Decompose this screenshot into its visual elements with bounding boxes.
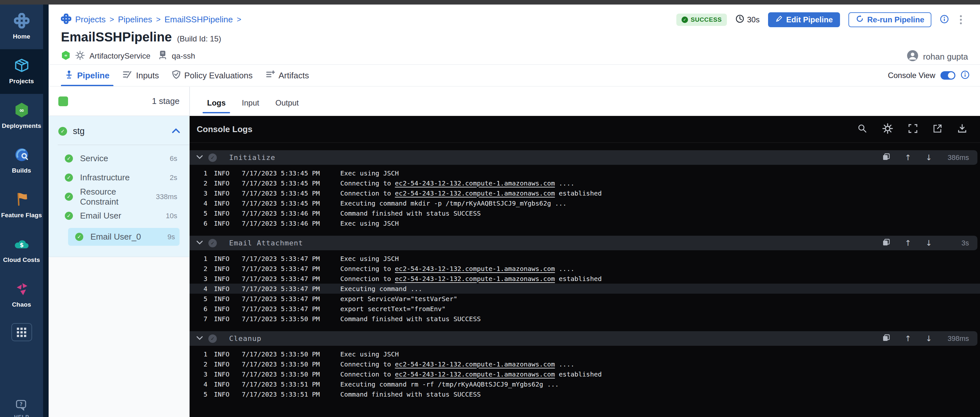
log-section-header[interactable]: ✓ Email Attachment ↑ ↓ 3s xyxy=(189,236,977,250)
harness-logo-icon xyxy=(14,13,30,30)
breadcrumb-separator: > xyxy=(110,15,114,24)
log-message: export secretText="fromEnv" xyxy=(340,305,445,313)
log-message: Command finished with status SUCCESS xyxy=(340,390,480,398)
stage-step-email-user_0[interactable]: ✓ Email User_0 9s xyxy=(68,228,180,246)
log-link[interactable]: ec2-54-243-12-132.compute-1.amazonaws.co… xyxy=(395,370,555,378)
pipeline-tab-icon xyxy=(65,70,73,81)
step-success-icon: ✓ xyxy=(65,154,73,163)
scroll-down-icon[interactable]: ↓ xyxy=(926,334,932,343)
stage-row-stg[interactable]: ✓ stg xyxy=(49,116,189,145)
rerun-pipeline-button[interactable]: Re-run Pipeline xyxy=(848,12,931,27)
info-icon[interactable] xyxy=(940,19,949,25)
breadcrumb-pipelines[interactable]: Pipelines xyxy=(118,14,152,25)
edit-pipeline-button[interactable]: Edit Pipeline xyxy=(768,12,840,27)
tab-inputs[interactable]: Inputs xyxy=(116,65,165,86)
step-duration: 338ms xyxy=(156,193,177,201)
log-message: Executing command mkdir -p /tmp/rKyAAQBt… xyxy=(340,200,566,207)
console-view-toggle[interactable] xyxy=(940,71,955,80)
stage-step-service[interactable]: ✓ Service 6s xyxy=(49,149,189,168)
chevron-up-icon[interactable] xyxy=(172,128,180,135)
log-line: 4 INFO 7/17/2023 5:33:45 PM Executing co… xyxy=(189,198,980,208)
console-tab-output[interactable]: Output xyxy=(270,98,305,116)
log-settings-gear-icon[interactable] xyxy=(882,123,893,135)
stage-group: ✓ stg ✓ Service 6s ✓ Infrastructure 2s ✓… xyxy=(49,116,189,257)
copy-icon[interactable] xyxy=(882,153,891,163)
harness-logo-icon xyxy=(61,19,71,25)
log-line: 1 INFO 7/17/2023 5:33:45 PM Exec using J… xyxy=(189,168,980,178)
breadcrumb-pipeline-name[interactable]: EmailSSHPipeline xyxy=(164,14,233,25)
log-line-number: 1 xyxy=(198,350,207,358)
tab-pipeline[interactable]: Pipeline xyxy=(58,65,116,86)
stage-step-resource-constraint[interactable]: ✓ Resource Constraint 338ms xyxy=(49,187,189,206)
sidebar-item-cloud-costs[interactable]: $ Cloud Costs xyxy=(0,228,43,273)
log-level: INFO xyxy=(214,200,233,207)
log-message: Exec using JSCH xyxy=(340,350,399,358)
log-section-header[interactable]: ✓ Cleanup ↑ ↓ 398ms xyxy=(189,331,977,346)
sidebar-item-feature-flags[interactable]: Feature Flags xyxy=(0,183,43,228)
tab-policy-evaluations[interactable]: Policy Evaluations xyxy=(165,65,259,86)
scroll-up-icon[interactable]: ↑ xyxy=(905,334,911,343)
stage-panel: 1 stage ✓ stg ✓ Service 6s ✓ Infrastruct… xyxy=(49,87,189,417)
scroll-up-icon[interactable]: ↑ xyxy=(905,239,911,248)
log-timestamp: 7/17/2023 5:33:47 PM xyxy=(242,295,325,303)
rerun-info-icon[interactable] xyxy=(940,14,949,25)
log-link[interactable]: ec2-54-243-12-132.compute-1.amazonaws.co… xyxy=(395,360,555,368)
sidebar-item-projects[interactable]: Projects xyxy=(0,49,43,94)
avatar xyxy=(907,54,918,63)
console-tab-logs[interactable]: Logs xyxy=(201,98,231,116)
fullscreen-icon[interactable] xyxy=(908,124,918,135)
sidebar-item-home[interactable]: Home xyxy=(0,5,43,49)
chevron-down-icon[interactable] xyxy=(196,155,203,160)
scroll-down-icon[interactable]: ↓ xyxy=(926,239,932,248)
help-button[interactable]: ? HELP xyxy=(0,400,43,417)
log-link[interactable]: ec2-54-243-12-132.compute-1.amazonaws.co… xyxy=(395,265,555,273)
elapsed-time: 30s xyxy=(735,14,760,25)
log-section-cleanup: ✓ Cleanup ↑ ↓ 398ms 1 INFO 7/17/2023 5:3… xyxy=(189,331,980,399)
console-view-info-icon[interactable] xyxy=(961,70,970,81)
open-in-new-icon[interactable] xyxy=(933,124,942,135)
log-link[interactable]: ec2-54-243-12-132.compute-1.amazonaws.co… xyxy=(395,275,555,283)
title-row: EmailSSHPipeline (Build Id: 15) xyxy=(61,30,221,44)
ssh-server-icon xyxy=(158,55,167,61)
sidebar-item-chaos[interactable]: Chaos xyxy=(0,273,43,317)
chevron-down-icon[interactable] xyxy=(196,240,203,246)
breadcrumb-projects[interactable]: Projects xyxy=(75,14,106,25)
pipeline-tabs-row: Pipeline Inputs Policy Evaluations Artif… xyxy=(49,65,980,86)
log-level: INFO xyxy=(214,350,233,358)
copy-icon[interactable] xyxy=(882,334,891,344)
scroll-up-icon[interactable]: ↑ xyxy=(905,153,911,162)
stage-step-email-user[interactable]: ✓ Email User 10s xyxy=(49,206,189,225)
success-check-icon: ✓ xyxy=(681,16,688,23)
log-timestamp: 7/17/2023 5:33:51 PM xyxy=(242,390,325,398)
log-section-header[interactable]: ✓ Initialize ↑ ↓ 386ms xyxy=(189,150,977,165)
sidebar-item-deployments[interactable]: ∞ Deployments xyxy=(0,94,43,139)
log-message: Connection to ec2-54-243-12-132.compute-… xyxy=(340,189,602,197)
chevron-down-icon[interactable] xyxy=(196,336,203,342)
copy-icon[interactable] xyxy=(882,238,891,248)
sidebar-item-builds[interactable]: Builds xyxy=(0,139,43,183)
log-line-number: 2 xyxy=(198,265,207,273)
log-level: INFO xyxy=(214,285,233,293)
tab-artifacts[interactable]: Artifacts xyxy=(259,65,316,86)
stage-step-infrastructure[interactable]: ✓ Infrastructure 2s xyxy=(49,168,189,187)
step-label: Email User xyxy=(80,211,121,221)
more-options-menu[interactable] xyxy=(957,14,964,25)
download-icon[interactable] xyxy=(957,124,967,135)
console-log-area: Console Logs ✓ Initialize ↑ ↓ 386ms 1 IN… xyxy=(189,116,980,417)
info-icon[interactable] xyxy=(961,75,970,80)
log-message: Connecting to ec2-54-243-12-132.compute-… xyxy=(340,265,574,273)
scroll-down-icon[interactable]: ↓ xyxy=(926,153,932,162)
module-selector-button[interactable] xyxy=(11,323,32,341)
console-tab-input[interactable]: Input xyxy=(236,98,265,116)
user-menu[interactable]: rohan gupta xyxy=(907,50,968,64)
log-link[interactable]: ec2-54-243-12-132.compute-1.amazonaws.co… xyxy=(395,189,555,197)
search-icon[interactable] xyxy=(858,124,867,135)
log-level: INFO xyxy=(214,275,233,283)
log-message: Exec using JSCH xyxy=(340,219,399,227)
section-success-icon: ✓ xyxy=(208,154,217,162)
service-name: ArtifactoryService xyxy=(89,51,150,60)
log-link[interactable]: ec2-54-243-12-132.compute-1.amazonaws.co… xyxy=(395,179,555,187)
log-scroll-area[interactable]: ✓ Initialize ↑ ↓ 386ms 1 INFO 7/17/2023 … xyxy=(189,143,980,417)
log-line: 6 INFO 7/17/2023 5:33:47 PM export secre… xyxy=(189,304,980,314)
log-line: 4 INFO 7/17/2023 5:33:51 PM Executing co… xyxy=(189,379,980,389)
